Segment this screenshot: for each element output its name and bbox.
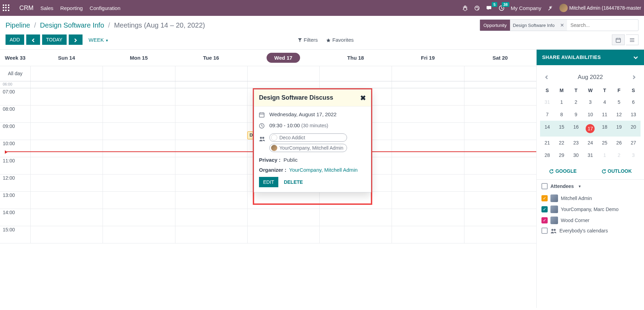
time-cell[interactable] — [392, 123, 464, 140]
time-cell[interactable] — [175, 140, 247, 157]
day-header[interactable]: Sun 14 — [30, 50, 103, 66]
time-cell[interactable] — [30, 88, 103, 105]
mini-cal-day[interactable]: 9 — [569, 108, 583, 121]
time-cell[interactable] — [247, 209, 319, 226]
mini-cal-day[interactable]: 12 — [612, 108, 626, 121]
time-cell[interactable] — [319, 226, 392, 243]
day-header[interactable]: Sat 20 — [464, 50, 536, 66]
time-cell[interactable] — [103, 192, 175, 209]
sync-google-button[interactable]: GOOGLE — [549, 168, 576, 174]
time-cell[interactable] — [175, 157, 247, 174]
day-header[interactable]: Thu 18 — [319, 50, 392, 66]
time-cell[interactable] — [392, 209, 464, 226]
day-header[interactable]: Mon 15 — [103, 50, 175, 66]
day-header[interactable]: Wed 17 — [247, 50, 319, 66]
mini-cal-day[interactable]: 17 — [583, 121, 598, 137]
mini-cal-day[interactable]: 31 — [540, 96, 555, 108]
time-cell[interactable] — [103, 157, 175, 174]
mini-cal-day[interactable]: 1 — [555, 96, 569, 108]
time-cell[interactable] — [319, 209, 392, 226]
company-switcher[interactable]: My Company — [511, 5, 541, 11]
mini-cal-day[interactable]: 2 — [569, 96, 583, 108]
user-menu[interactable]: Mitchell Admin (18447878-master — [559, 4, 641, 12]
time-cell[interactable] — [175, 192, 247, 209]
mini-cal-day[interactable]: 30 — [569, 149, 583, 161]
favorites-button[interactable]: Favorites — [326, 37, 354, 43]
share-availabilities-button[interactable]: SHARE AVAILABILITIES — [537, 50, 644, 65]
time-cell[interactable] — [392, 106, 464, 122]
search-tag-remove[interactable]: ✕ — [557, 22, 567, 28]
time-cell[interactable] — [103, 123, 175, 140]
time-cell[interactable] — [175, 174, 247, 191]
mini-cal-day[interactable]: 18 — [597, 121, 612, 137]
time-cell[interactable] — [30, 226, 103, 243]
mini-cal-day[interactable]: 1 — [597, 149, 612, 161]
search-bar[interactable]: Opportunity Design Software Info ✕ — [480, 19, 638, 31]
mini-prev-icon[interactable] — [541, 72, 552, 82]
time-cell[interactable] — [247, 226, 319, 243]
next-button[interactable] — [69, 34, 83, 45]
messages-icon[interactable]: 5 — [486, 5, 492, 11]
mini-cal-day[interactable]: 22 — [555, 137, 569, 149]
time-cell[interactable] — [392, 226, 464, 243]
mini-cal-day[interactable]: 14 — [540, 121, 555, 137]
time-cell[interactable] — [247, 192, 319, 209]
time-cell[interactable] — [464, 209, 536, 226]
mini-cal-day[interactable]: 23 — [569, 137, 583, 149]
time-cell[interactable] — [30, 192, 103, 209]
attendees-checkbox[interactable] — [541, 183, 548, 189]
organizer-link[interactable]: YourCompany, Mitchell Admin — [289, 167, 357, 173]
day-header[interactable]: Fri 19 — [392, 50, 464, 66]
time-cell[interactable] — [392, 88, 464, 105]
time-cell[interactable] — [30, 174, 103, 191]
time-cell[interactable] — [392, 140, 464, 157]
nav-configuration[interactable]: Configuration — [90, 5, 121, 11]
attendee-checkbox[interactable] — [541, 228, 548, 234]
mini-cal-day[interactable]: 19 — [612, 121, 626, 137]
mini-cal-day[interactable]: 15 — [555, 121, 569, 137]
mini-cal-day[interactable]: 20 — [626, 121, 641, 137]
search-input[interactable] — [567, 22, 638, 28]
mini-cal-day[interactable]: 25 — [597, 137, 612, 149]
attendee-checkbox[interactable]: ✓ — [541, 206, 548, 212]
breadcrumb-opportunity[interactable]: Design Software Info — [40, 21, 104, 29]
time-cell[interactable] — [30, 209, 103, 226]
breadcrumb-pipeline[interactable]: Pipeline — [6, 21, 30, 29]
time-cell[interactable] — [175, 226, 247, 243]
activities-icon[interactable]: 38 — [499, 5, 504, 11]
time-cell[interactable] — [30, 123, 103, 140]
time-cell[interactable] — [464, 192, 536, 209]
mini-cal-day[interactable]: 24 — [583, 137, 598, 149]
filters-button[interactable]: Filters — [298, 37, 318, 43]
sync-outlook-button[interactable]: OUTLOOK — [601, 168, 632, 174]
attendee-item[interactable]: ✓YourCompany, Marc Demo — [541, 204, 639, 215]
mini-cal-day[interactable]: 3 — [626, 149, 641, 161]
prev-button[interactable] — [26, 34, 40, 45]
mini-cal-day[interactable]: 26 — [612, 137, 626, 149]
time-cell[interactable] — [464, 174, 536, 191]
nav-reporting[interactable]: Reporting — [60, 5, 83, 11]
time-cell[interactable] — [464, 88, 536, 105]
mini-cal-day[interactable]: 2 — [612, 149, 626, 161]
time-cell[interactable] — [175, 209, 247, 226]
delete-button[interactable]: DELETE — [284, 179, 303, 185]
popover-close-icon[interactable]: ✖ — [360, 94, 366, 102]
mini-cal-day[interactable]: 3 — [583, 96, 598, 108]
attendee-checkbox[interactable]: ✓ — [541, 217, 548, 223]
time-cell[interactable] — [30, 106, 103, 122]
mini-cal-day[interactable]: 11 — [597, 108, 612, 121]
list-view-icon[interactable] — [626, 34, 638, 45]
attendees-toggle[interactable]: Attendees ▼ — [541, 183, 639, 189]
attendee-checkbox[interactable]: ✓ — [541, 195, 548, 201]
nav-sales[interactable]: Sales — [40, 5, 54, 11]
time-cell[interactable] — [464, 123, 536, 140]
mini-cal-day[interactable]: 21 — [540, 137, 555, 149]
time-cell[interactable] — [464, 106, 536, 122]
attendee-chip[interactable]: YourCompany, Mitchell Admin — [269, 144, 347, 152]
bug-icon[interactable] — [462, 5, 468, 11]
view-scale-toggle[interactable]: WEEK▼ — [89, 37, 109, 43]
add-button[interactable]: ADD — [6, 34, 24, 45]
time-cell[interactable] — [464, 140, 536, 157]
time-cell[interactable] — [175, 106, 247, 122]
mini-cal-day[interactable]: 16 — [569, 121, 583, 137]
